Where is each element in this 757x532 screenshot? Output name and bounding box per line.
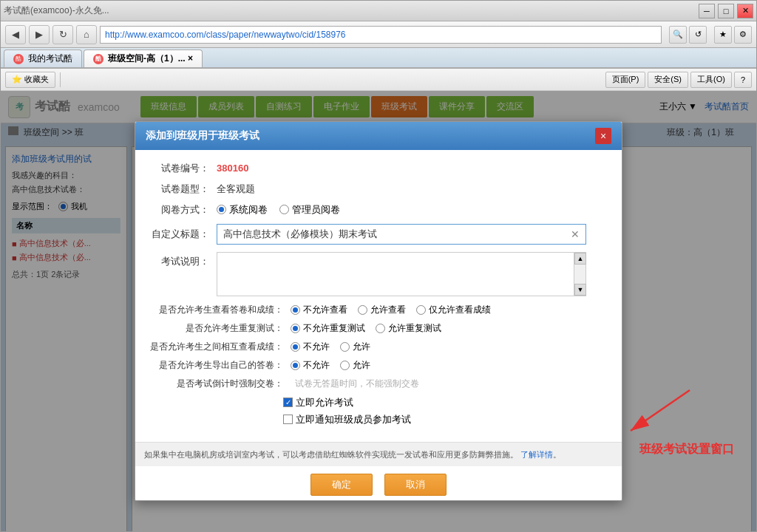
scroll-down-button[interactable]: ▼ xyxy=(574,284,586,296)
description-textarea[interactable]: ▲ ▼ xyxy=(217,252,586,296)
grading-radio-group: 系统阅卷 管理员阅卷 xyxy=(217,203,340,216)
share-allowed-radio[interactable] xyxy=(340,342,350,352)
search-icon[interactable]: 🔍 xyxy=(669,26,687,44)
back-button[interactable]: ◀ xyxy=(5,25,26,44)
force-submit-label: 是否考试倒计时强制交卷： xyxy=(150,378,283,390)
allow-retry-row: 是否允许考生重复测试： 不允许重复测试 允许重复测试 xyxy=(150,322,607,335)
page-button[interactable]: 页面(P) xyxy=(605,72,646,88)
modal-overlay: 添加到班级用于班级考试 × 试卷编号： 380160 试卷题型： 全客观题 xyxy=(1,91,756,531)
paper-type-label: 试卷题型： xyxy=(150,183,209,196)
notify-checkbox[interactable] xyxy=(283,415,293,424)
custom-title-input[interactable]: 高中信息技术（必修模块）期末考试 ✕ xyxy=(217,224,586,245)
share-allowed[interactable]: 允许 xyxy=(340,341,370,353)
notify-item[interactable]: 立即通知班级成员参加考试 xyxy=(283,413,607,426)
nav-bar: ◀ ▶ ↻ ⌂ 🔍 ↺ ★ ⚙ xyxy=(1,21,756,48)
close-button[interactable]: ✕ xyxy=(737,4,753,18)
maximize-button[interactable]: □ xyxy=(718,4,734,18)
share-not-allowed-radio[interactable] xyxy=(291,342,300,352)
notify-label: 立即通知班级成员参加考试 xyxy=(296,413,411,426)
confirm-button[interactable]: 确定 xyxy=(310,474,373,496)
allow-export-row: 是否允许考生导出自己的答卷： 不允许 允许 xyxy=(150,359,607,372)
modal-dialog: 添加到班级用于班级考试 × 试卷编号： 380160 试卷题型： 全客观题 xyxy=(135,121,622,502)
grading-admin-radio[interactable] xyxy=(279,205,289,214)
annotation-area: 班级考试设置窗口 xyxy=(639,427,734,457)
paper-type-row: 试卷题型： 全客观题 xyxy=(150,183,607,196)
footer-text: 如果集中在电脑机房或培训室内考试，可以考虑借助红蜘蛛软件实现统一发试卷和应用更多… xyxy=(144,450,518,459)
review-allowed-radio[interactable] xyxy=(358,305,367,315)
checkbox-section: ✓ 立即允许考试 立即通知班级成员参加考试 xyxy=(150,396,607,426)
custom-title-label: 自定义标题： xyxy=(150,228,209,241)
immediate-exam-label: 立即允许考试 xyxy=(296,396,353,409)
review-not-allowed-radio[interactable] xyxy=(291,305,300,315)
tab-examcoo-label: 我的考试酷 xyxy=(28,52,72,65)
modal-close-button[interactable]: × xyxy=(595,128,611,144)
allow-review-row: 是否允许考生查看答卷和成绩： 不允许查看 允许查看 xyxy=(150,304,607,316)
favorites-button[interactable]: ⭐ 收藏夹 xyxy=(5,72,55,88)
tab-class-label: 班级空间-高（1）... × xyxy=(108,52,193,65)
modal-header: 添加到班级用于班级考试 × xyxy=(135,122,622,150)
refresh-button[interactable]: ↻ xyxy=(52,25,73,44)
scrollbar: ▲ ▼ xyxy=(574,253,585,296)
immediate-exam-item[interactable]: ✓ 立即允许考试 xyxy=(283,396,607,409)
allow-review-options: 不允许查看 允许查看 仅允许查看成绩 xyxy=(291,304,491,316)
allow-share-row: 是否允许考生之间相互查看成绩： 不允许 允许 xyxy=(150,341,607,353)
allow-share-label: 是否允许考生之间相互查看成绩： xyxy=(150,341,283,353)
retry-not-allowed[interactable]: 不允许重复测试 xyxy=(291,322,365,335)
tab-bar: 酷 我的考试酷 酷 班级空间-高（1）... × xyxy=(1,48,756,69)
cancel-button[interactable]: 取消 xyxy=(384,474,447,496)
home-button[interactable]: ⌂ xyxy=(76,25,97,44)
toolbar-sep-1 xyxy=(60,72,61,87)
tab-class-icon: 酷 xyxy=(93,54,103,64)
grading-admin[interactable]: 管理员阅卷 xyxy=(279,203,340,216)
tab-examcoo[interactable]: 酷 我的考试酷 xyxy=(4,50,82,67)
share-not-allowed[interactable]: 不允许 xyxy=(291,341,330,353)
allow-export-options: 不允许 允许 xyxy=(291,359,370,372)
refresh-icon[interactable]: ↺ xyxy=(689,26,707,44)
title-bar: 考试酷(examcoo)-永久免... ─ □ ✕ xyxy=(1,1,756,21)
settings-icon[interactable]: ⚙ xyxy=(734,26,752,44)
export-not-allowed-radio[interactable] xyxy=(291,361,300,370)
forward-button[interactable]: ▶ xyxy=(29,25,50,44)
footer-link[interactable]: 了解详情 xyxy=(520,450,553,459)
force-submit-value: 试卷无答题时间，不能强制交卷 xyxy=(295,378,419,390)
immediate-exam-checkbox[interactable]: ✓ xyxy=(283,398,293,407)
retry-not-allowed-radio[interactable] xyxy=(291,324,300,333)
review-not-allowed[interactable]: 不允许查看 xyxy=(291,304,347,316)
paper-no-value: 380160 xyxy=(217,163,248,174)
svg-line-1 xyxy=(631,390,690,431)
clear-title-button[interactable]: ✕ xyxy=(571,228,580,240)
help-button[interactable]: ? xyxy=(734,72,752,88)
toolbar-bar: ⭐ 收藏夹 页面(P) 安全(S) 工具(O) ? xyxy=(1,69,756,91)
export-not-allowed[interactable]: 不允许 xyxy=(291,359,330,372)
export-allowed-radio[interactable] xyxy=(340,361,350,370)
scroll-up-button[interactable]: ▲ xyxy=(574,253,586,265)
allow-review-label: 是否允许考生查看答卷和成绩： xyxy=(150,304,283,316)
grading-system-radio[interactable] xyxy=(217,205,226,214)
review-scores-only[interactable]: 仅允许查看成绩 xyxy=(416,304,491,316)
tab-class[interactable]: 酷 班级空间-高（1）... × xyxy=(84,50,203,67)
export-allowed[interactable]: 允许 xyxy=(340,359,370,372)
retry-allowed[interactable]: 允许重复测试 xyxy=(376,322,441,335)
allow-share-options: 不允许 允许 xyxy=(291,341,370,353)
retry-allowed-radio[interactable] xyxy=(376,324,385,333)
grading-row: 阅卷方式： 系统阅卷 管理员阅卷 xyxy=(150,203,607,216)
tab-examcoo-icon: 酷 xyxy=(13,54,24,64)
nav-icon-group: 🔍 ↺ xyxy=(669,26,707,44)
custom-title-value: 高中信息技术（必修模块）期末考试 xyxy=(223,228,571,241)
minimize-button[interactable]: ─ xyxy=(699,4,715,18)
modal-title: 添加到班级用于班级考试 xyxy=(146,129,259,143)
modal-footer: 如果集中在电脑机房或培训室内考试，可以考虑借助红蜘蛛软件实现统一发试卷和应用更多… xyxy=(135,442,622,467)
tools-button[interactable]: 工具(O) xyxy=(690,72,732,88)
review-allowed[interactable]: 允许查看 xyxy=(358,304,406,316)
paper-no-label: 试卷编号： xyxy=(150,162,209,175)
safety-button[interactable]: 安全(S) xyxy=(648,72,688,88)
review-scores-only-radio[interactable] xyxy=(416,305,426,315)
grading-system[interactable]: 系统阅卷 xyxy=(217,203,268,216)
paper-type-value: 全客观题 xyxy=(217,183,255,196)
address-bar[interactable] xyxy=(100,26,662,44)
browser-title: 考试酷(examcoo)-永久免... xyxy=(4,4,109,17)
favorites-star-icon[interactable]: ★ xyxy=(714,26,732,44)
annotation-text: 班级考试设置窗口 xyxy=(639,442,734,457)
description-row: 考试说明： ▲ ▼ xyxy=(150,252,607,296)
allow-export-label: 是否允许考生导出自己的答卷： xyxy=(150,359,283,372)
